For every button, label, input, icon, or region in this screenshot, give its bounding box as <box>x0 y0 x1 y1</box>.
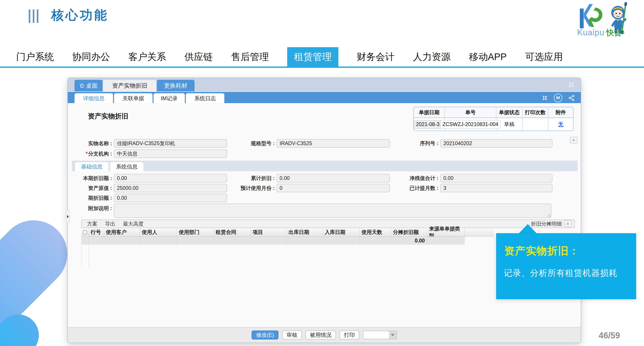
im-icon[interactable]: IM <box>554 94 562 102</box>
detail-header-row-no: 行号 <box>89 228 104 237</box>
toolbar-right: 折旧分摊明细 « <box>531 220 574 227</box>
nav-tab-optional[interactable]: 可选应用 <box>525 47 563 67</box>
detail-row-cell <box>104 237 140 245</box>
print-button[interactable]: 打印 <box>340 330 359 339</box>
resize-handle-icon[interactable] <box>547 214 550 217</box>
detail-header-filler <box>465 228 494 237</box>
window-tabbar: 桌面 资产实物折旧 更换耗材 <box>68 78 581 92</box>
nav-tab-hr[interactable]: 人力资源 <box>413 47 450 67</box>
detail-row-cell <box>177 237 214 245</box>
estimated-months-input[interactable]: 0 <box>276 184 390 192</box>
current-depreciation-input[interactable]: 0.00 <box>114 174 227 183</box>
arrow-right-icon <box>67 215 69 218</box>
nav-tab-crm[interactable]: 客户关系 <box>128 47 166 67</box>
accrued-months-input[interactable]: 3 <box>440 184 552 192</box>
collapse-window-icon[interactable] <box>568 81 575 88</box>
kp-logo-mark <box>580 4 603 30</box>
original-value-label: 资产原值 : <box>77 185 114 192</box>
doc-summary-table: 单据日期 单号 单据状态 打印次数 附件 2021-08-31 ZCSWZJ-2… <box>413 107 574 131</box>
model-input[interactable]: IRADV-C3525 <box>276 139 390 148</box>
nav-tab-leasing-active[interactable]: 租赁管理 <box>287 47 338 67</box>
toolbar-plan-link[interactable]: 方案 <box>87 220 98 227</box>
detail-header-department: 使用部门 <box>177 228 214 237</box>
asset-name-input[interactable]: 佳能IRADV-C3525复印机 <box>114 139 227 148</box>
net-residual-input[interactable]: 0.00 <box>440 174 552 183</box>
doc-cell-attachment: 无 <box>548 118 573 130</box>
detail-header-inbound-date: 入库日期 <box>323 228 360 237</box>
home-icon <box>80 83 84 88</box>
tab-desktop[interactable]: 桌面 <box>74 80 102 91</box>
accumulated-depreciation-input[interactable]: 0.00 <box>276 174 390 183</box>
logo-cn: 快普 <box>606 28 622 37</box>
detail-row-cell <box>287 237 323 245</box>
dropdown-arrow-icon <box>389 331 396 339</box>
doc-no-value: ZCSWZJ-20210831-004 <box>440 120 500 129</box>
toolbar-max-height-link[interactable]: 最大高度 <box>123 220 144 227</box>
doc-header-attachment: 附件 <box>548 107 573 118</box>
nav-tab-supply[interactable]: 供应链 <box>184 47 213 67</box>
field-accumulated-depreciation: 累计折旧 : 0.00 <box>238 174 390 183</box>
toolbar-export-link[interactable]: 导出 <box>105 220 115 227</box>
collapse-panel-icon[interactable] <box>542 95 548 101</box>
collapse-detail-button[interactable]: « <box>564 220 572 227</box>
subtab-system-log[interactable]: 系统日志 <box>186 93 224 103</box>
field-model: 规格型号 : IRADV-C3525 <box>238 139 390 148</box>
app-window: 桌面 资产实物折旧 更换耗材 详细信息 关联单据 IM记录 系统日志 IM 资产… <box>67 78 581 343</box>
detail-row-amount-cell: 0.00 <box>391 237 427 245</box>
field-accrued-months: 已计提月数 : 3 <box>402 184 552 192</box>
attachment-link[interactable]: 无 <box>558 121 564 128</box>
tab-asset-depreciation-label: 资产实物折旧 <box>112 82 147 90</box>
print-format-select[interactable] <box>363 331 397 339</box>
doc-date-value: 2021-08-31 <box>414 120 445 129</box>
tab-basic-info[interactable]: 基础信息 <box>75 162 108 171</box>
nav-tab-mobile-app[interactable]: 移动APP <box>469 47 507 67</box>
model-label: 规格型号 : <box>238 140 276 147</box>
doc-header-prints: 打印次数 <box>522 107 548 118</box>
tab-asset-depreciation[interactable]: 资产实物折旧 <box>103 80 156 91</box>
audit-button[interactable]: 审核 <box>282 330 302 339</box>
collapse-header-button[interactable]: « <box>570 137 578 143</box>
logo-en: Kuaipu <box>577 28 604 37</box>
field-branch: *分支机构 : 中天信息 <box>77 149 227 158</box>
tab-replace-consumables[interactable]: 更换耗材 <box>157 80 194 91</box>
edit-button[interactable]: 修改(E) <box>252 330 278 339</box>
doc-header-date: 单据日期 <box>414 107 445 118</box>
detail-grid-left-strip <box>81 245 89 267</box>
sidebar-collapse-handle[interactable] <box>66 210 70 223</box>
detail-row-filler <box>465 237 494 245</box>
select-all-checkbox[interactable] <box>83 230 87 234</box>
usage-status-button[interactable]: 被用情况 <box>306 330 336 339</box>
nav-tab-portal[interactable]: 门户系统 <box>16 47 54 67</box>
share-icon[interactable] <box>568 95 575 101</box>
page-number: 46/59 <box>599 331 620 340</box>
field-estimated-months: 预计使用月份 : 0 <box>238 184 390 192</box>
note-label: 附加说明 : <box>77 204 114 212</box>
required-asterisk: * <box>86 151 88 156</box>
nav-tab-finance[interactable]: 财务会计 <box>357 47 394 67</box>
nav-tab-office[interactable]: 协同办公 <box>72 47 110 67</box>
detail-row-cell <box>251 237 287 245</box>
period-depreciation-input[interactable]: 0.00 <box>114 194 227 202</box>
doc-cell-prints <box>522 118 548 130</box>
chevron-up-icon: « <box>566 222 570 225</box>
tab-replace-consumables-label: 更换耗材 <box>164 82 187 90</box>
branch-input[interactable]: 中天信息 <box>114 149 227 158</box>
detail-header-source-doc-type: 来源单单据类型 <box>427 228 465 237</box>
title-bars-icon <box>29 10 38 23</box>
detail-row-checkbox-cell <box>81 237 89 245</box>
main-nav: 门户系统 协同办公 客户关系 供应链 售后管理 租赁管理 财务会计 人力资源 移… <box>0 47 644 68</box>
detail-header-customer: 使用客户 <box>104 228 140 237</box>
nav-tab-aftersale[interactable]: 售后管理 <box>231 47 269 67</box>
note-textarea[interactable] <box>114 204 551 218</box>
serial-input[interactable]: 2021040202 <box>440 139 552 148</box>
detail-header-allocated-depreciation: 分摊折旧额 <box>391 228 427 237</box>
branch-label: *分支机构 : <box>77 150 114 157</box>
tab-desktop-label: 桌面 <box>86 82 98 90</box>
subtab-im-records[interactable]: IM记录 <box>154 93 185 103</box>
subtab-detail-info[interactable]: 详细信息 <box>74 93 113 103</box>
subtab-related-docs[interactable]: 关联单据 <box>114 93 152 103</box>
kuaipu-logo: Kuaipu快普® <box>573 1 640 38</box>
field-current-depreciation: 本期折旧额 : 0.00 <box>77 174 227 183</box>
tab-system-info[interactable]: 系统信息 <box>110 162 144 171</box>
original-value-input[interactable]: 25000.00 <box>114 184 227 192</box>
